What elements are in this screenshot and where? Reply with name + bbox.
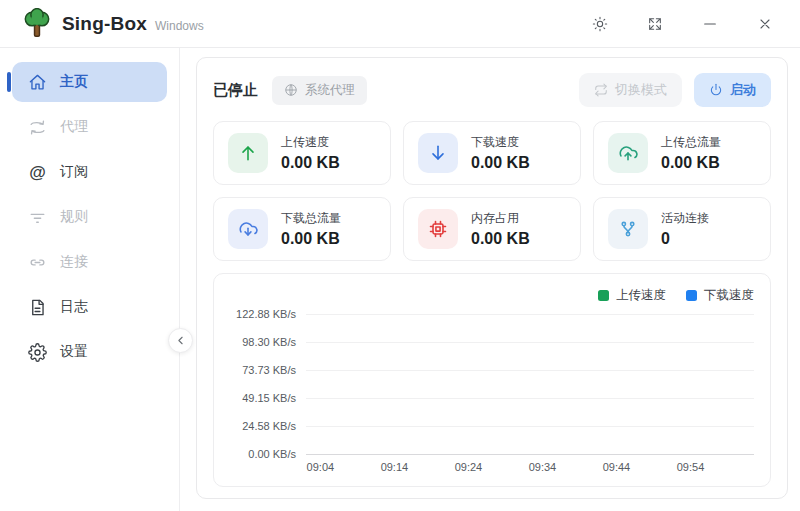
start-button[interactable]: 启动 bbox=[694, 73, 771, 107]
stat-value: 0.00 KB bbox=[661, 154, 721, 172]
stat-label: 上传速度 bbox=[281, 134, 340, 151]
stats-grid: 上传速度 0.00 KB 下载速度 0.00 KB bbox=[213, 121, 771, 261]
theme-sun-icon[interactable] bbox=[591, 15, 609, 33]
y-tick-label: 49.15 KB/s bbox=[228, 392, 306, 404]
x-tick-label: 09:24 bbox=[455, 461, 483, 473]
stat-value: 0.00 KB bbox=[471, 230, 530, 248]
x-tick-label: 09:14 bbox=[381, 461, 409, 473]
stat-card-connections: 活动连接 0 bbox=[593, 197, 771, 261]
sidebar-item-subscription[interactable]: @ 订阅 bbox=[12, 152, 167, 192]
gear-icon bbox=[28, 343, 47, 362]
document-icon bbox=[28, 298, 47, 317]
stat-label: 内存占用 bbox=[471, 210, 530, 227]
expand-icon[interactable] bbox=[646, 15, 664, 33]
stat-value: 0.00 KB bbox=[281, 230, 341, 248]
stat-value: 0.00 KB bbox=[471, 154, 530, 172]
home-icon bbox=[28, 73, 47, 92]
sidebar-item-label: 订阅 bbox=[60, 163, 88, 181]
legend-download[interactable]: 下载速度 bbox=[686, 287, 754, 304]
cloud-upload-icon bbox=[608, 133, 648, 173]
sidebar-item-label: 主页 bbox=[60, 73, 88, 91]
stat-label: 上传总流量 bbox=[661, 134, 721, 151]
link-icon bbox=[28, 253, 47, 272]
sidebar-collapse-button[interactable] bbox=[168, 328, 193, 353]
y-tick-label: 73.73 KB/s bbox=[228, 364, 306, 376]
legend-label: 上传速度 bbox=[616, 287, 666, 304]
globe-icon bbox=[284, 83, 298, 97]
repeat-icon bbox=[594, 83, 608, 97]
titlebar: Sing-Box Windows bbox=[0, 0, 800, 48]
gridline: 122.88 KB/s bbox=[228, 308, 754, 320]
sidebar-item-logs[interactable]: 日志 bbox=[12, 287, 167, 327]
sidebar: 主页 代理 @ 订阅 规则 连接 日志 设置 bbox=[0, 48, 180, 511]
app-title: Sing-Box bbox=[62, 13, 147, 35]
minimize-icon[interactable] bbox=[701, 15, 719, 33]
sidebar-item-proxy[interactable]: 代理 bbox=[12, 107, 167, 147]
gridline: 49.15 KB/s bbox=[228, 392, 754, 404]
platform-label: Windows bbox=[155, 19, 204, 33]
close-icon[interactable] bbox=[756, 15, 774, 33]
y-tick-label: 98.30 KB/s bbox=[228, 336, 306, 348]
traffic-chart: 上传速度 下载速度 122.88 KB/s 98.30 KB/s bbox=[213, 273, 771, 487]
arrow-down-icon bbox=[418, 133, 458, 173]
y-tick-label: 0.00 KB/s bbox=[228, 448, 306, 460]
sidebar-item-label: 日志 bbox=[60, 298, 88, 316]
chart-plot-area: 122.88 KB/s 98.30 KB/s 73.73 KB/s 49.15 … bbox=[228, 314, 754, 454]
chevron-left-icon bbox=[174, 334, 187, 347]
stat-value: 0 bbox=[661, 230, 709, 248]
cpu-chip-icon bbox=[418, 209, 458, 249]
at-sign-icon: @ bbox=[28, 163, 47, 182]
cloud-download-icon bbox=[228, 209, 268, 249]
x-tick-label: 09:04 bbox=[307, 461, 335, 473]
filter-lines-icon bbox=[28, 208, 47, 227]
stat-card-memory: 内存占用 0.00 KB bbox=[403, 197, 581, 261]
legend-upload[interactable]: 上传速度 bbox=[598, 287, 666, 304]
power-icon bbox=[709, 83, 723, 97]
y-tick-label: 24.58 KB/s bbox=[228, 420, 306, 432]
service-status: 已停止 bbox=[213, 81, 258, 100]
stat-label: 下载速度 bbox=[471, 134, 530, 151]
system-proxy-label: 系统代理 bbox=[305, 82, 355, 99]
sidebar-item-home[interactable]: 主页 bbox=[12, 62, 167, 102]
stat-card-download-total: 下载总流量 0.00 KB bbox=[213, 197, 391, 261]
stat-label: 活动连接 bbox=[661, 210, 709, 227]
swap-arrows-icon bbox=[28, 118, 47, 137]
gridline: 73.73 KB/s bbox=[228, 364, 754, 376]
sidebar-item-label: 代理 bbox=[60, 118, 88, 136]
sidebar-item-rules[interactable]: 规则 bbox=[12, 197, 167, 237]
stat-card-download-speed: 下载速度 0.00 KB bbox=[403, 121, 581, 185]
status-header: 已停止 系统代理 切换模式 启动 bbox=[213, 73, 771, 107]
system-proxy-badge[interactable]: 系统代理 bbox=[272, 76, 367, 105]
sidebar-item-label: 连接 bbox=[60, 253, 88, 271]
main-panel: 已停止 系统代理 切换模式 启动 bbox=[180, 48, 800, 511]
start-label: 启动 bbox=[730, 81, 756, 99]
switch-mode-button[interactable]: 切换模式 bbox=[579, 73, 682, 107]
switch-mode-label: 切换模式 bbox=[615, 81, 667, 99]
sidebar-item-connections[interactable]: 连接 bbox=[12, 242, 167, 282]
stat-value: 0.00 KB bbox=[281, 154, 340, 172]
x-tick-label: 09:34 bbox=[529, 461, 557, 473]
network-branch-icon bbox=[608, 209, 648, 249]
x-tick-label: 09:54 bbox=[677, 461, 705, 473]
dashboard-container: 已停止 系统代理 切换模式 启动 bbox=[196, 57, 788, 499]
sidebar-item-settings[interactable]: 设置 bbox=[12, 332, 167, 372]
legend-label: 下载速度 bbox=[704, 287, 754, 304]
chart-legend: 上传速度 下载速度 bbox=[228, 286, 754, 304]
gridline: 24.58 KB/s bbox=[228, 420, 754, 432]
stat-card-upload-speed: 上传速度 0.00 KB bbox=[213, 121, 391, 185]
app-logo-tree-icon bbox=[22, 8, 52, 40]
stat-label: 下载总流量 bbox=[281, 210, 341, 227]
stat-card-upload-total: 上传总流量 0.00 KB bbox=[593, 121, 771, 185]
y-tick-label: 122.88 KB/s bbox=[228, 308, 306, 320]
window-controls bbox=[591, 15, 774, 33]
sidebar-item-label: 设置 bbox=[60, 343, 88, 361]
upload-swatch-icon bbox=[598, 290, 609, 301]
sidebar-item-label: 规则 bbox=[60, 208, 88, 226]
download-swatch-icon bbox=[686, 290, 697, 301]
arrow-up-icon bbox=[228, 133, 268, 173]
x-tick-label: 09:44 bbox=[603, 461, 631, 473]
gridline: 98.30 KB/s bbox=[228, 336, 754, 348]
